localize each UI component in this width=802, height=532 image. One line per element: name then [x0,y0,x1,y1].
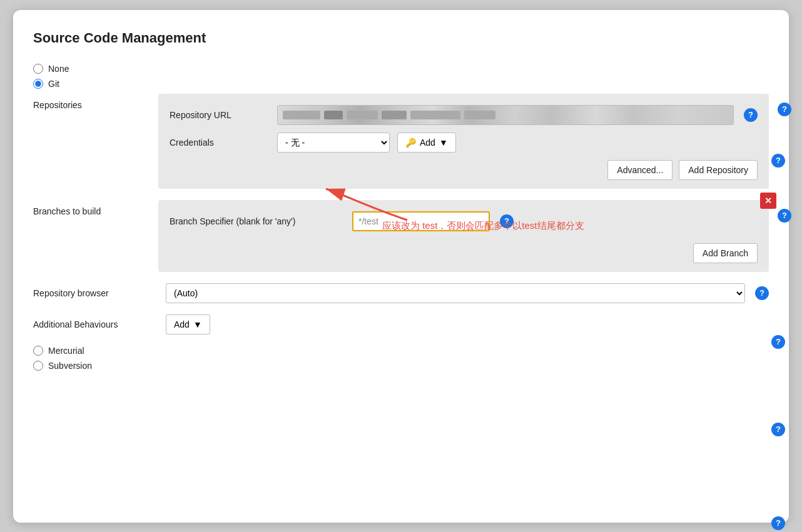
annotation-container: 应该改为 test，否则会匹配多个以test结尾都分支 [170,220,758,232]
right-help-1[interactable]: ? [769,154,785,168]
mercurial-label: Mercurial [48,346,84,356]
subversion-radio-row: Subversion [33,361,769,371]
right-help-icon-3[interactable]: ? [771,423,785,436]
repo-url-label: Repository URL [170,110,270,120]
repo-browser-select[interactable]: (Auto) [166,283,745,303]
scm-radio-group: None Git [33,64,769,89]
git-radio-row: Git [33,79,769,89]
advanced-button[interactable]: Advanced... [607,160,673,180]
repo-browser-help-icon[interactable]: ? [755,286,769,300]
panel-title: Source Code Management [33,30,769,46]
repo-browser-label: Repository browser [33,288,158,298]
credentials-label: Credentials [170,138,270,148]
repo-url-row: Repository URL ? [170,105,758,125]
mercurial-radio[interactable] [33,346,43,356]
add-branch-button[interactable]: Add Branch [693,243,758,263]
blur-bar-4 [382,111,407,119]
branches-content: ✕ Branch Specifier (blank for 'any') */t… [158,200,769,272]
additional-behaviours-row: Additional Behaviours Add ▼ [33,314,769,334]
git-radio[interactable] [33,79,43,89]
repositories-content: Repository URL ? Credentials - 无 - [158,94,769,189]
none-label: None [48,64,69,74]
none-radio-row: None [33,64,769,74]
key-icon: 🔑 [405,138,416,148]
credentials-row: Credentials - 无 - 🔑 Add ▼ [170,133,758,153]
add-credentials-label: Add [420,138,435,148]
mercurial-radio-row: Mercurial [33,346,769,356]
branches-section: Branches to build ✕ Branch Specifier (bl… [33,200,769,272]
branches-help-icon[interactable]: ? [778,209,791,223]
repo-url-input[interactable] [277,105,734,125]
additional-add-button[interactable]: Add ▼ [166,314,210,334]
repo-url-help-icon[interactable]: ? [744,108,758,122]
repo-actions-row: Advanced... Add Repository [170,160,758,180]
credentials-select[interactable]: - 无 - [277,133,390,153]
right-help-4[interactable]: ? [769,516,785,530]
blur-bar-1 [283,111,320,119]
bottom-radio-group: Mercurial Subversion [33,346,769,371]
right-help-icon-1[interactable]: ? [771,154,785,168]
additional-dropdown-icon: ▼ [193,319,202,329]
repositories-help-icon[interactable]: ? [778,103,791,116]
git-label: Git [48,79,59,89]
source-code-management-panel: Source Code Management None Git Reposito… [13,10,789,523]
additional-add-label: Add [174,319,190,329]
blur-bar-5 [410,111,460,119]
blur-bar-2 [324,111,343,119]
add-repository-button[interactable]: Add Repository [679,160,758,180]
none-radio[interactable] [33,64,43,74]
add-credentials-button[interactable]: 🔑 Add ▼ [397,133,456,153]
right-help-icon-2[interactable]: ? [771,335,785,349]
right-help-2[interactable]: ? [769,335,785,349]
add-credentials-dropdown-icon: ▼ [439,138,448,148]
repo-browser-row: Repository browser (Auto) ? [33,283,769,303]
annotation-text: 应该改为 test，否则会匹配多个以test结尾都分支 [382,220,758,232]
repositories-label: Repositories [33,94,158,189]
additional-label: Additional Behaviours [33,319,158,329]
branch-actions-row: Add Branch [170,243,758,263]
right-help-3[interactable]: ? [769,423,785,436]
subversion-radio[interactable] [33,361,43,371]
remove-branch-button[interactable]: ✕ [760,193,776,209]
right-help-icon-4[interactable]: ? [771,516,785,530]
blur-bar-6 [464,111,495,119]
blur-bar-3 [347,111,378,119]
repositories-section: Repositories Repository URL ? Credential… [33,94,769,189]
branches-label: Branches to build [33,200,158,272]
subversion-label: Subversion [48,361,92,371]
